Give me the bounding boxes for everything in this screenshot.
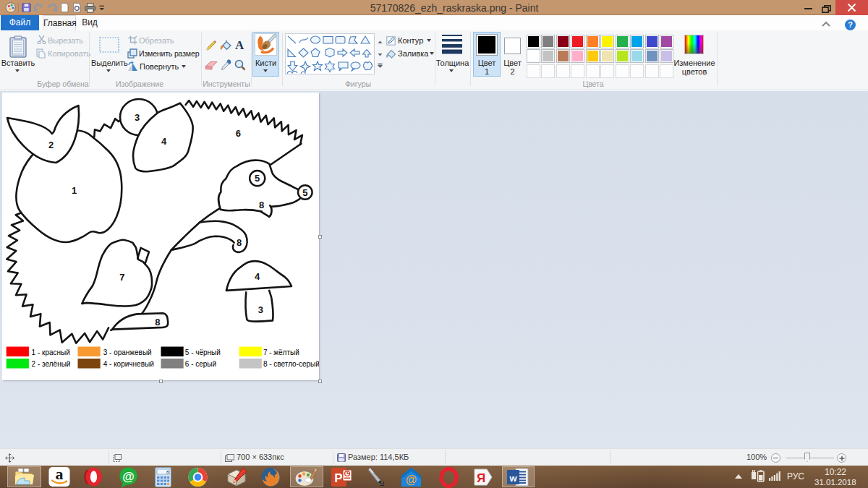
svg-text:1 - красный: 1 - красный [32,348,70,356]
svg-text:4 - коричневый: 4 - коричневый [103,360,154,368]
svg-text:4: 4 [255,271,260,282]
svg-text:6 - серый: 6 - серый [185,360,216,368]
svg-text:5: 5 [302,187,307,198]
svg-text:5 - чёрный: 5 - чёрный [185,348,221,356]
svg-text:3: 3 [258,304,263,315]
svg-text:w: w [509,473,517,484]
svg-text:4: 4 [161,136,167,147]
svg-text:8: 8 [259,200,264,210]
svg-text:2 - зелёный: 2 - зелёный [32,360,71,368]
svg-text:6: 6 [236,128,241,139]
svg-text:Я: Я [477,471,485,485]
svg-text:8: 8 [155,317,160,328]
svg-text:1: 1 [72,185,77,196]
svg-text:5: 5 [255,173,260,184]
svg-text:P: P [334,471,342,485]
svg-text:3: 3 [135,112,140,123]
svg-text:3 - оранжевый: 3 - оранжевый [103,348,152,356]
svg-text:a: a [56,467,64,483]
svg-text:7 - жёлтый: 7 - жёлтый [263,348,299,356]
svg-text:8 - светло-серый: 8 - светло-серый [263,360,319,368]
svg-text:7: 7 [119,272,124,283]
svg-text:@: @ [406,474,417,486]
svg-text:@: @ [122,470,135,484]
svg-text:8: 8 [237,237,242,248]
svg-text:2: 2 [48,140,54,150]
